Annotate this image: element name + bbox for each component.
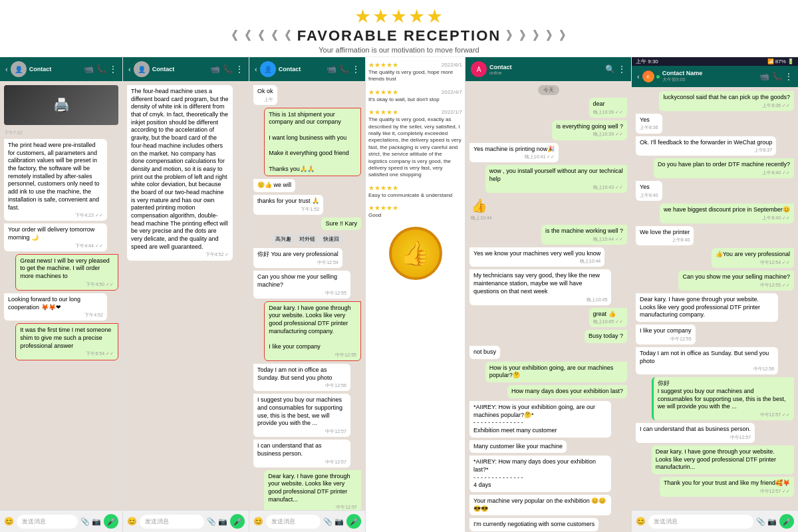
msg-5-1: luckyconsol said that he can pick up the… xyxy=(659,91,794,111)
msg-4-18: I'm currently negotiating with some cust… xyxy=(469,518,598,531)
msg-4-6: is the machine working well ? 晚上10:44 ✓✓ xyxy=(541,225,627,245)
page-title: FAVORABLE RECEPTION xyxy=(297,27,501,45)
menu-icon[interactable]: ⋮ xyxy=(109,65,117,74)
attach-icon-3[interactable]: 📎 xyxy=(323,517,332,526)
external-btn[interactable]: 对外链 xyxy=(297,234,318,244)
msg-5-12: Today I am not in office as Sunday. But … xyxy=(636,347,778,374)
msg-5-11: I like your company 中午12:55 xyxy=(636,325,696,344)
msg-3-12: Dear kary. I have gone through your webs… xyxy=(264,470,361,510)
camera-icon-3[interactable]: 📷 xyxy=(334,517,344,526)
attach-icon[interactable]: 📎 xyxy=(80,517,90,526)
chat-header-4: A Contact online 🔍 ⋮ xyxy=(466,57,631,81)
call-icon[interactable]: 📞 xyxy=(96,65,106,74)
quick-btn[interactable]: 快速回 xyxy=(321,234,342,244)
chat-header-3: ‹ 👤 Contact 📹 📞 ⋮ xyxy=(249,57,365,81)
search-icon-4[interactable]: 🔍 xyxy=(605,65,615,74)
msg-5-15: Dear kary. I have gone through your webs… xyxy=(652,446,794,474)
message-bubble-highlight2: It was the first time I met someone shim… xyxy=(15,323,118,360)
message-input-2[interactable]: 发送消息 xyxy=(140,515,204,529)
msg-5-8: 👍You are very professional 中午12:54 ✓✓ xyxy=(712,248,794,268)
chat-input-bar-2[interactable]: 😊 发送消息 📎 📷 🎤 xyxy=(123,510,249,532)
call-icon-3[interactable]: 📞 xyxy=(339,65,349,74)
chat-panel-5: 上午 9:30 📶 87% 🔋 ‹ K Contact Name 大午前9:00… xyxy=(632,57,798,532)
video-icon[interactable]: 📹 xyxy=(84,65,94,74)
msg-5-5: Yes 上午8:40 xyxy=(636,181,662,201)
forward-actions: 高兴趣 对外链 快速回 xyxy=(273,234,342,244)
camera-icon-2[interactable]: 📷 xyxy=(218,517,227,526)
msg-3-7: Can you show me your selling machine? 中午… xyxy=(253,271,350,298)
avatar-3: 👤 xyxy=(260,61,276,77)
reply-btn[interactable]: 高兴趣 xyxy=(273,234,294,244)
chat-panel-1: ‹ 👤 Contact 📹 📞 ⋮ 🖨️ 下午7:22 The print he… xyxy=(0,57,123,532)
review-stars-4: ★★★★★ xyxy=(368,184,462,192)
review-item-2: ★★★★★ 2022/4/7 It's okay to wait, but do… xyxy=(368,88,462,103)
mic-button-3[interactable]: 🎤 xyxy=(346,514,361,529)
chat-input-bar-1[interactable]: 😊 发送消息 📎 📷 🎤 xyxy=(0,510,122,532)
back-icon-3[interactable]: ‹ xyxy=(255,65,257,73)
msg-5-14: I can understand that as business person… xyxy=(636,423,755,443)
message-input-3[interactable]: 发送消息 xyxy=(266,515,321,529)
emoji-icon-2[interactable]: 😊 xyxy=(127,517,137,526)
message-input-5[interactable]: 发送消息 xyxy=(648,515,753,529)
chat-input-bar-5[interactable]: 😊 发送消息 📎 📷 🎤 xyxy=(632,510,798,532)
msg-3-4: thanks for your trust 🙏 下午1:52 xyxy=(253,195,323,215)
menu-icon-3[interactable]: ⋮ xyxy=(352,65,360,74)
avatar-4: A xyxy=(471,61,487,77)
mic-button[interactable]: 🎤 xyxy=(104,514,118,529)
msg-4-9: great 👍 晚上10:45 ✓✓ xyxy=(589,308,627,328)
call-icon-2[interactable]: 📞 xyxy=(223,65,233,74)
review-text-5: Good xyxy=(368,212,462,219)
mic-button-2[interactable]: 🎤 xyxy=(230,514,245,529)
review-item-5: ★★★★★ Good xyxy=(368,204,462,219)
messages-area-3: Ok ok 上午 This is 1st shipment your compa… xyxy=(249,81,365,510)
chat-input-bar-3[interactable]: 😊 发送消息 📎 📷 🎤 xyxy=(249,510,365,532)
review-item-4: ★★★★★ Easy to communicate & understand xyxy=(368,184,462,199)
review-stars-1: ★★★★★ xyxy=(368,61,398,68)
message-input-1[interactable]: 发送消息 xyxy=(17,515,78,529)
title-row: 《《《《《 FAVORABLE RECEPTION 》》》》》 xyxy=(225,27,573,45)
msg-3-2-highlight: This is 1st shipment your company and ou… xyxy=(264,108,361,177)
menu-icon-5[interactable]: ⋮ xyxy=(785,72,793,81)
attach-icon-2[interactable]: 📎 xyxy=(207,517,216,526)
camera-icon-5[interactable]: 📷 xyxy=(767,517,777,526)
msg-3-6: 你好 You are very professional 中午12:54 xyxy=(253,248,342,268)
back-icon-5[interactable]: ‹ xyxy=(637,72,640,80)
msg-4-8: My technicians say very good, they like … xyxy=(469,269,611,305)
review-stars-5: ★★★★★ xyxy=(368,204,462,211)
msg-5-10: Dear kary. I have gone through your webs… xyxy=(636,293,778,322)
msg-3-11: I can understand that as business person… xyxy=(253,440,350,467)
timestamp-overlay: 下午7:22 xyxy=(4,130,118,136)
msg-5-2: Yes 上午8:36 xyxy=(636,114,662,134)
chat-header-2: ‹ 👤 Contact 📹 📞 ⋮ xyxy=(123,57,249,81)
back-icon[interactable]: ‹ xyxy=(5,65,8,73)
msg-4-14: *AIIREY: How is your exhibition going, a… xyxy=(469,401,611,438)
camera-icon[interactable]: 📷 xyxy=(92,517,101,526)
video-icon-5[interactable]: 📹 xyxy=(759,72,769,81)
review-text-3: The quality is very good, exactly as des… xyxy=(368,116,462,179)
chat-panel-3: ‹ 👤 Contact 📹 📞 ⋮ Ok ok 上午 This is 1st s… xyxy=(249,57,366,532)
chat-header-1: ‹ 👤 Contact 📹 📞 ⋮ xyxy=(0,57,122,81)
call-icon-5[interactable]: 📞 xyxy=(772,72,782,81)
msg-4-12: How is your exhibition going, are our ma… xyxy=(485,362,627,382)
mic-button-5[interactable]: 🎤 xyxy=(779,514,794,529)
status-icons: 📶 87% 🔋 xyxy=(767,59,794,65)
menu-icon-2[interactable]: ⋮ xyxy=(235,65,243,74)
avatar-1: 👤 xyxy=(11,61,27,77)
attach-icon-5[interactable]: 📎 xyxy=(756,517,765,526)
video-icon-2[interactable]: 📹 xyxy=(210,65,220,74)
emoji-icon-3[interactable]: 😊 xyxy=(253,517,263,526)
emoji-icon[interactable]: 😊 xyxy=(4,517,14,526)
back-icon-2[interactable]: ‹ xyxy=(128,65,131,73)
msg-5-3: Ok. I'll feedback to the forwarder in We… xyxy=(636,136,776,156)
main-content: ‹ 👤 Contact 📹 📞 ⋮ 🖨️ 下午7:22 The print he… xyxy=(0,57,798,532)
review-date-3: 2022/1/7 xyxy=(442,109,462,115)
msg-3-3: 🙂👍 we will xyxy=(253,179,295,192)
status-bar: 上午 9:30 📶 87% 🔋 xyxy=(632,57,798,66)
msg-4-17: Your machine very popular on the exhibit… xyxy=(469,495,611,515)
menu-icon-4[interactable]: ⋮ xyxy=(618,65,626,74)
emoji-icon-5[interactable]: 😊 xyxy=(636,517,646,526)
chat-panel-4: A Contact online 🔍 ⋮ 今天 dear 晚上10:39 ✓✓ … xyxy=(466,57,632,532)
messages-area-1: 🖨️ 下午7:22 The print head were pre-instal… xyxy=(0,81,122,510)
msg-3-9: Today I am not in office as Sunday. But … xyxy=(253,364,350,391)
video-icon-3[interactable]: 📹 xyxy=(327,65,336,74)
